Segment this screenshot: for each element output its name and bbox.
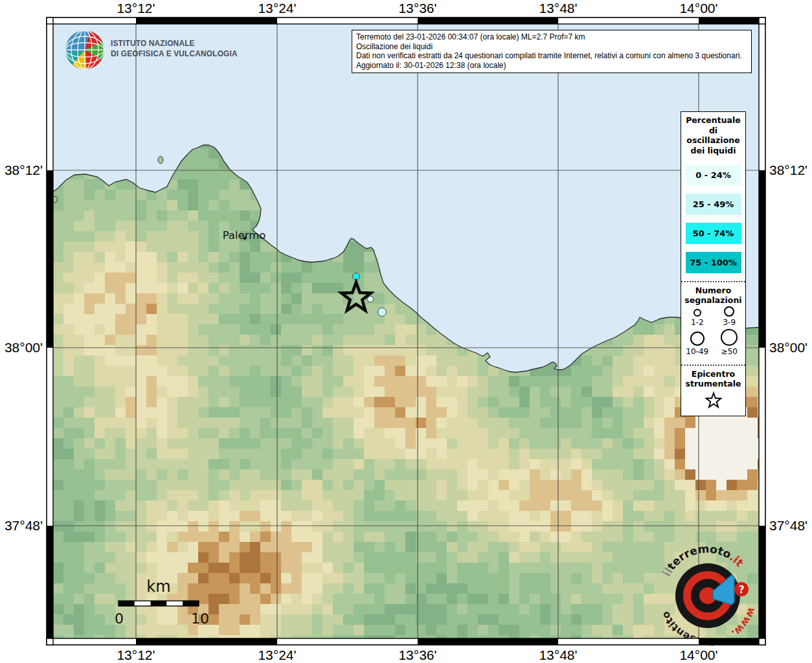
count-label: 3-9 — [723, 318, 736, 328]
legend: Percentuale di oscillazione dei liquidi … — [681, 111, 746, 416]
scale-start-label: 0 — [115, 611, 124, 627]
legend-count-class-10-49: 10-49 — [681, 329, 714, 357]
city-palermo: Palermo — [223, 229, 266, 242]
axis-label-bottom-5: 14°00' — [679, 647, 717, 663]
axis-label-bottom-2: 13°24' — [258, 647, 296, 663]
info-line-updated: Aggiornato il: 30-01-2026 12:38 (ora loc… — [356, 61, 747, 71]
legend-count-title: Numero segnalazioni — [681, 284, 745, 306]
count-label: 1-2 — [691, 318, 704, 328]
legend-swatch-label: 75 - 100% — [690, 258, 737, 267]
legend-percent-title: Percentuale di oscillazione dei liquidi — [681, 112, 745, 157]
scale-unit-label: km — [146, 578, 170, 596]
legend-swatch-75-100: 75 - 100% — [686, 252, 741, 273]
epicenter-star-icon — [703, 391, 724, 410]
question-mark: ? — [739, 584, 745, 596]
axis-label-left-3: 37°48' — [0, 518, 43, 534]
count-circle-3-9-icon — [724, 306, 734, 317]
legend-count-class-3-9: 3-9 — [714, 306, 746, 328]
ingv-logo-text: ISTITUTO NAZIONALE DI GEOFISICA E VULCAN… — [111, 38, 238, 58]
axis-label-bottom-4: 13°48' — [539, 647, 577, 663]
legend-swatch-25-49: 25 - 49% — [686, 194, 741, 215]
axis-label-top-5: 14°00' — [679, 1, 717, 16]
count-circle-50plus-icon — [721, 329, 738, 346]
legend-swatch-0-24: 0 - 24% — [686, 164, 741, 186]
axis-label-left-1: 38°12' — [0, 163, 43, 178]
count-label: 10-49 — [686, 347, 708, 357]
axis-label-top-4: 13°48' — [539, 1, 577, 16]
info-line-type: Oscillazione dei liquidi — [356, 42, 747, 52]
legend-swatch-label: 0 - 24% — [695, 170, 731, 180]
axis-label-bottom-1: 13°12' — [117, 647, 155, 663]
legend-separator — [681, 281, 745, 282]
earthquake-info-box: Terremoto del 23-01-2026 00:34:07 (ora l… — [352, 30, 752, 73]
legend-count-grid: 1-2 3-9 10-49 ≥50 — [681, 306, 745, 357]
legend-count-class-1-2: 1-2 — [681, 306, 714, 328]
observation-dot — [368, 297, 374, 302]
ingv-logo-line2: DI GEOFISICA E VULCANOLOGIA — [111, 49, 238, 59]
axis-label-top-3: 13°36' — [398, 1, 436, 16]
observation-dot — [378, 308, 387, 317]
axis-label-top-1: 13°12' — [117, 1, 155, 16]
count-circle-1-2-icon — [694, 309, 701, 317]
axis-label-left-2: 38°00' — [0, 340, 43, 355]
info-line-event: Terremoto del 23-01-2026 00:34:07 (ora l… — [356, 32, 747, 42]
count-label: ≥50 — [721, 347, 738, 357]
city-label: Palermo — [223, 229, 266, 242]
ingv-globe-icon — [65, 30, 104, 69]
legend-swatch-label: 50 - 74% — [693, 229, 734, 238]
legend-epicenter-title: Epicentro strumentale — [681, 368, 745, 390]
legend-swatch-label: 25 - 49% — [693, 199, 734, 209]
info-line-source: Dati non verificati estratti da 24 quest… — [356, 51, 747, 61]
legend-count-class-50plus: ≥50 — [714, 329, 746, 357]
count-circle-10-49-icon — [690, 332, 705, 346]
axis-label-right-2: 38°00' — [769, 340, 807, 355]
axis-label-top-2: 13°24' — [258, 1, 296, 16]
map-sheet: Palermo km 0 10 — [0, 0, 812, 663]
small-island — [158, 157, 163, 164]
legend-separator — [681, 365, 745, 366]
ingv-logo-line1: ISTITUTO NAZIONALE — [111, 38, 238, 49]
axis-label-bottom-3: 13°36' — [398, 647, 436, 663]
legend-swatch-50-74: 50 - 74% — [686, 223, 741, 244]
axis-label-right-1: 38°12' — [769, 163, 807, 178]
scale-end-label: 10 — [191, 611, 209, 627]
axis-label-right-3: 37°48' — [769, 518, 807, 534]
